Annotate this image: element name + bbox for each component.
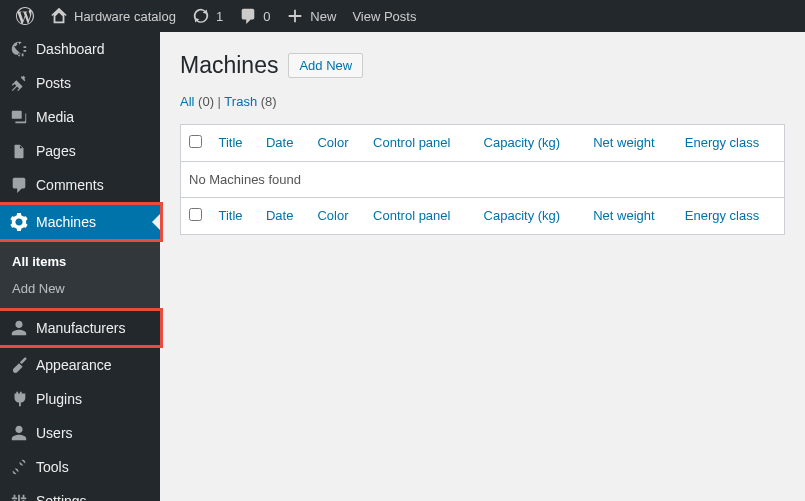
col-checkbox (181, 125, 211, 162)
col-color[interactable]: Color (309, 125, 365, 162)
menu-appearance[interactable]: Appearance (0, 348, 160, 382)
dashboard-icon (10, 40, 28, 58)
brush-icon (10, 356, 28, 374)
menu-plugins[interactable]: Plugins (0, 382, 160, 416)
comments-count: 0 (263, 9, 270, 24)
col-net-weight[interactable]: Net weight (585, 125, 677, 162)
comment-icon (10, 176, 28, 194)
new-label: New (310, 9, 336, 24)
home-icon (50, 7, 68, 25)
wrench-icon (10, 458, 28, 476)
highlight-machines: Machines (0, 202, 163, 242)
plugin-icon (10, 390, 28, 408)
add-new-button[interactable]: Add New (288, 53, 363, 78)
filter-trash[interactable]: Trash (224, 94, 257, 109)
items-table: Title Date Color Control panel Capacity … (180, 124, 785, 235)
comments-link[interactable]: 0 (231, 7, 278, 25)
select-all-bottom[interactable] (189, 208, 202, 221)
page-title: Machines (180, 52, 278, 79)
menu-posts[interactable]: Posts (0, 66, 160, 100)
menu-tools[interactable]: Tools (0, 450, 160, 484)
col-net-weight[interactable]: Net weight (585, 198, 677, 235)
col-title[interactable]: Title (211, 198, 258, 235)
menu-label: Comments (36, 177, 104, 193)
col-color[interactable]: Color (309, 198, 365, 235)
main-content: Machines Add New All (0) | Trash (8) Tit… (160, 32, 805, 501)
admin-bar: Hardware catalog 1 0 New View Posts (0, 0, 805, 32)
media-icon (10, 108, 28, 126)
submenu-add-new[interactable]: Add New (0, 275, 160, 302)
view-posts-label: View Posts (352, 9, 416, 24)
col-checkbox (181, 198, 211, 235)
person-icon (10, 319, 28, 337)
col-date[interactable]: Date (258, 198, 309, 235)
col-energy-class[interactable]: Energy class (677, 198, 785, 235)
users-icon (10, 424, 28, 442)
view-posts-link[interactable]: View Posts (344, 9, 424, 24)
gear-icon (10, 213, 28, 231)
admin-sidebar: Dashboard Posts Media Pages Comments Mac… (0, 32, 160, 501)
menu-label: Dashboard (36, 41, 105, 57)
no-items-text: No Machines found (181, 162, 785, 198)
menu-label: Posts (36, 75, 71, 91)
menu-label: Media (36, 109, 74, 125)
comment-icon (239, 7, 257, 25)
site-name-link[interactable]: Hardware catalog (42, 7, 184, 25)
filter-all[interactable]: All (180, 94, 194, 109)
menu-label: Tools (36, 459, 69, 475)
menu-media[interactable]: Media (0, 100, 160, 134)
col-energy-class[interactable]: Energy class (677, 125, 785, 162)
update-icon (192, 7, 210, 25)
col-control-panel[interactable]: Control panel (365, 198, 475, 235)
filter-trash-count: (8) (261, 94, 277, 109)
no-items-row: No Machines found (181, 162, 785, 198)
sliders-icon (10, 492, 28, 501)
col-capacity[interactable]: Capacity (kg) (476, 198, 586, 235)
menu-label: Settings (36, 493, 87, 501)
plus-icon (286, 7, 304, 25)
menu-dashboard[interactable]: Dashboard (0, 32, 160, 66)
select-all-top[interactable] (189, 135, 202, 148)
new-link[interactable]: New (278, 7, 344, 25)
menu-label: Plugins (36, 391, 82, 407)
updates-count: 1 (216, 9, 223, 24)
menu-machines[interactable]: Machines (0, 205, 160, 239)
menu-label: Appearance (36, 357, 112, 373)
pin-icon (10, 74, 28, 92)
menu-comments[interactable]: Comments (0, 168, 160, 202)
menu-label: Manufacturers (36, 320, 125, 336)
menu-pages[interactable]: Pages (0, 134, 160, 168)
col-date[interactable]: Date (258, 125, 309, 162)
site-name-text: Hardware catalog (74, 9, 176, 24)
menu-label: Machines (36, 214, 96, 230)
menu-label: Users (36, 425, 73, 441)
menu-users[interactable]: Users (0, 416, 160, 450)
filter-all-count: (0) (198, 94, 214, 109)
col-control-panel[interactable]: Control panel (365, 125, 475, 162)
col-capacity[interactable]: Capacity (kg) (476, 125, 586, 162)
menu-manufacturers[interactable]: Manufacturers (0, 311, 160, 345)
page-icon (10, 142, 28, 160)
wordpress-icon (16, 7, 34, 25)
menu-settings[interactable]: Settings (0, 484, 160, 501)
col-title[interactable]: Title (211, 125, 258, 162)
menu-label: Pages (36, 143, 76, 159)
wp-logo[interactable] (8, 7, 42, 25)
highlight-manufacturers: Manufacturers (0, 308, 163, 348)
updates-link[interactable]: 1 (184, 7, 231, 25)
submenu-machines: All items Add New (0, 242, 160, 308)
list-filters: All (0) | Trash (8) (180, 94, 785, 109)
submenu-all-items[interactable]: All items (0, 248, 160, 275)
